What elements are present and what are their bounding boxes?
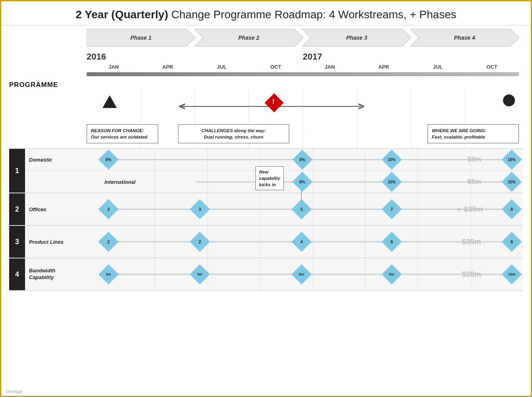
ws-3-d2: 2 — [190, 232, 210, 252]
ws-1-d4: 18% — [502, 150, 522, 170]
year-2016-label: 2016 — [87, 52, 303, 62]
ws-1-d3: 10% — [382, 150, 402, 170]
ws-4-budget: $28m — [462, 270, 481, 279]
year-2017: 2017 — [303, 52, 519, 62]
ws-2-d1: 3 — [99, 199, 119, 220]
ws-1-d2: 9% — [292, 150, 313, 170]
page-container: 2 Year (Quarterly) Change Programme Road… — [0, 0, 532, 397]
q-apr-2017: APR — [357, 64, 411, 70]
ws-3-label: Product Lines — [29, 239, 64, 245]
annotation-line — [301, 191, 302, 201]
ws-1-2-d3: 15% — [502, 172, 522, 192]
phase-1-label: Phase 1 — [130, 35, 151, 41]
triangle-marker — [103, 95, 117, 108]
q-jan-2016: JAN — [87, 64, 141, 70]
ws-1-2-label: International — [104, 179, 135, 185]
ws-1-1-label: Domestic — [29, 157, 52, 163]
ws-3-content: Product Lines $35m 2 2 4 6 6 — [25, 226, 523, 258]
ws-2-d4: 7 — [382, 199, 402, 220]
ws-2-label: Offices — [29, 206, 46, 212]
timeline-bar — [87, 72, 519, 76]
phase-2: Phase 2 — [195, 27, 304, 48]
ws-4-label: BandwidthCapability — [29, 268, 55, 281]
phase-4: Phase 4 — [410, 27, 519, 48]
ws-1-2-d2: 10% — [382, 172, 402, 192]
year-2016: 2016 — [87, 52, 303, 62]
going-box: WHERE WE ARE GOING:Fast, scalable, profi… — [428, 124, 519, 143]
ws-4-d4: 6m — [382, 264, 402, 285]
reason-box: REASON FOR CHANGE:Our services are outda… — [87, 124, 158, 143]
red-diamond-container: ! — [267, 96, 281, 110]
ws-3-budget: $35m — [462, 237, 481, 246]
ws-4-d3: 5m — [292, 264, 312, 285]
year-2017-label: 2017 — [303, 52, 519, 62]
ws-1-d1: 8% — [99, 150, 119, 170]
ws-4-num: 4 — [9, 258, 25, 290]
ws-4-d5: 10m — [502, 264, 522, 285]
ws-2-num: 2 — [9, 193, 25, 225]
ws-1-2-budget: $5m — [468, 178, 481, 186]
phase-1: Phase 1 — [87, 27, 195, 48]
ws-3-d3: 4 — [292, 232, 312, 252]
q-oct-2016: OCT — [249, 64, 303, 70]
ws-4-d1: 3m — [99, 264, 119, 285]
ws-3-d5: 6 — [502, 232, 522, 252]
info-boxes-row: REASON FOR CHANGE:Our services are outda… — [87, 122, 519, 148]
page-title: 2 Year (Quarterly) Change Programme Road… — [1, 1, 531, 25]
phase-2-label: Phase 2 — [238, 35, 259, 41]
watermark: ©heritage — [5, 389, 23, 394]
challenges-box: CHALLENGES along the way:Dual running, s… — [178, 124, 289, 143]
q-jul-2016: JUL — [195, 64, 249, 70]
ws-2-budget: + $35m — [457, 205, 483, 214]
q-apr-2016: APR — [141, 64, 195, 70]
ws-2-d2: 3 — [190, 199, 210, 220]
q-jul-2017: JUL — [411, 64, 465, 70]
ws-4-d2: 3m — [190, 264, 210, 285]
q-jan-2017: JAN — [303, 64, 357, 70]
workstream-2: 2 Offices + $35m — [9, 193, 523, 225]
ws-2-d3: 5 — [292, 199, 312, 220]
q-oct-2017: OCT — [465, 64, 519, 70]
workstream-4: 4 BandwidthCapability $28m 3m 3m — [9, 258, 523, 291]
programme-label: PROGRAMME — [9, 79, 523, 91]
ws-1-2-d1: 8% — [292, 172, 313, 192]
ws-3-d4: 6 — [382, 232, 402, 252]
annotation-box: New capability kicks in — [255, 166, 284, 190]
ws-3-num: 3 — [9, 226, 25, 258]
phase-3: Phase 3 — [302, 27, 411, 48]
circle-marker — [503, 94, 515, 106]
ws-4-content: BandwidthCapability $28m 3m 3m 5m 6m 10m — [25, 258, 523, 290]
title-bold: 2 Year (Quarterly) — [75, 8, 168, 21]
ws-3-d1: 2 — [99, 232, 119, 252]
programme-section: PROGRAMME — [9, 79, 523, 148]
phase-3-label: Phase 3 — [346, 35, 367, 41]
ws-1-1-budget: $8m — [468, 156, 481, 164]
ws-1-num: 1 — [9, 149, 25, 193]
programme-timeline-row: ! — [87, 91, 519, 122]
ws-2-d5: 8 — [502, 199, 522, 220]
phase-4-label: Phase 4 — [454, 35, 475, 41]
workstream-3: 3 Product Lines $35m 2 2 4 — [9, 225, 523, 258]
ws-2-content: Offices + $35m New capability kicks in 3… — [25, 193, 523, 225]
title-normal: Change Programme Roadmap: 4 Workstreams,… — [168, 8, 456, 21]
